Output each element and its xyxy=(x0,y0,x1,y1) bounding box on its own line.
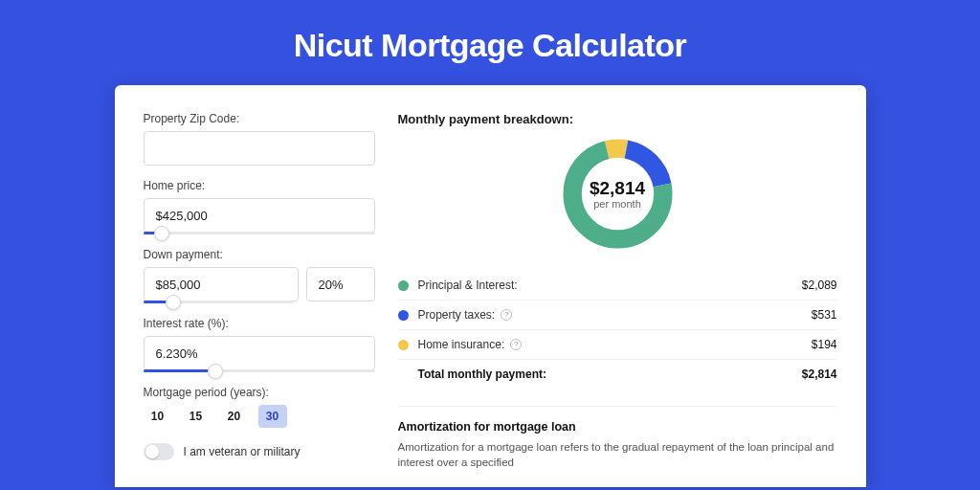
legend-label: Property taxes:? xyxy=(418,308,812,322)
interest-rate-field: Interest rate (%): xyxy=(144,317,375,372)
mortgage-period-label: Mortgage period (years): xyxy=(144,386,375,399)
interest-rate-label: Interest rate (%): xyxy=(144,317,375,330)
mortgage-period-field: Mortgage period (years): 10152030 xyxy=(144,386,375,428)
home-price-slider[interactable] xyxy=(144,232,375,234)
legend-total-label: Total monthly payment: xyxy=(418,368,802,381)
legend-row: Home insurance:?$194 xyxy=(398,329,837,359)
zip-field: Property Zip Code: xyxy=(144,112,375,166)
home-price-label: Home price: xyxy=(144,179,375,192)
veteran-toggle[interactable] xyxy=(144,443,174,460)
zip-input[interactable] xyxy=(144,131,375,166)
results-column: Monthly payment breakdown: $2,814 per mo… xyxy=(375,112,837,487)
legend-total-row: Total monthly payment:$2,814 xyxy=(398,359,837,389)
legend-swatch xyxy=(398,310,409,321)
veteran-toggle-knob xyxy=(145,445,159,458)
zip-label: Property Zip Code: xyxy=(144,112,375,125)
legend-swatch xyxy=(398,280,409,291)
legend-swatch xyxy=(398,340,409,350)
interest-rate-slider-thumb[interactable] xyxy=(208,364,223,379)
period-option-10[interactable]: 10 xyxy=(144,405,172,428)
down-payment-field: Down payment: xyxy=(144,248,375,303)
amortization-text: Amortization for a mortgage loan refers … xyxy=(398,439,837,470)
donut-chart-wrap: $2,814 per month xyxy=(398,134,837,254)
interest-rate-slider[interactable] xyxy=(144,369,375,372)
legend-label: Principal & Interest: xyxy=(418,278,802,292)
legend-value: $194 xyxy=(812,338,837,351)
info-icon[interactable]: ? xyxy=(501,309,512,321)
breakdown-title: Monthly payment breakdown: xyxy=(398,112,837,126)
home-price-slider-thumb[interactable] xyxy=(154,226,169,241)
legend-value: $531 xyxy=(812,308,837,322)
home-price-field: Home price: xyxy=(144,179,375,234)
mortgage-period-options: 10152030 xyxy=(144,405,375,428)
donut-sub: per month xyxy=(593,198,641,210)
period-option-20[interactable]: 20 xyxy=(220,405,249,428)
legend-row: Principal & Interest:$2,089 xyxy=(398,271,837,300)
period-option-15[interactable]: 15 xyxy=(182,405,211,428)
home-price-input[interactable] xyxy=(144,198,375,233)
donut-center: $2,814 per month xyxy=(558,134,678,254)
down-payment-slider-thumb[interactable] xyxy=(166,295,181,310)
page-title: Nicut Mortgage Calculator xyxy=(0,0,980,85)
down-payment-slider[interactable] xyxy=(144,301,294,303)
info-icon[interactable]: ? xyxy=(510,339,522,350)
legend-label: Home insurance:? xyxy=(418,338,812,351)
calculator-card: Property Zip Code: Home price: Down paym… xyxy=(115,85,866,487)
down-payment-label: Down payment: xyxy=(144,248,375,261)
veteran-toggle-row: I am veteran or military xyxy=(144,443,375,460)
donut-amount: $2,814 xyxy=(590,178,645,199)
veteran-label: I am veteran or military xyxy=(184,445,301,458)
legend-value: $2,089 xyxy=(802,278,837,292)
legend-row: Property taxes:?$531 xyxy=(398,300,837,329)
inputs-column: Property Zip Code: Home price: Down paym… xyxy=(144,112,375,487)
legend-total-value: $2,814 xyxy=(802,368,837,381)
amortization-title: Amortization for mortgage loan xyxy=(398,406,837,434)
breakdown-legend: Principal & Interest:$2,089Property taxe… xyxy=(398,271,837,389)
period-option-30[interactable]: 30 xyxy=(258,405,287,428)
interest-rate-slider-fill xyxy=(144,369,215,372)
donut-chart: $2,814 per month xyxy=(558,134,678,254)
down-payment-pct-input[interactable] xyxy=(306,267,375,301)
interest-rate-input[interactable] xyxy=(144,336,375,370)
